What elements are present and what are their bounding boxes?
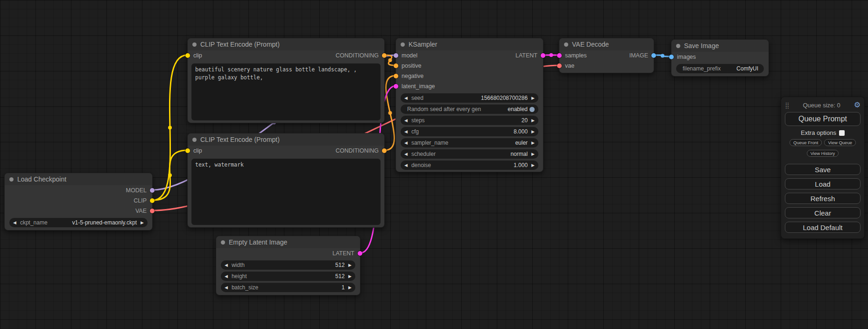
widget-width[interactable]: ◀ width 512 ▶ bbox=[221, 260, 355, 270]
widget-sampler-name[interactable]: ◀ sampler_name euler ▶ bbox=[401, 138, 538, 147]
output-port-clip[interactable] bbox=[150, 198, 155, 203]
node-empty-latent-image[interactable]: Empty Latent Image LATENT ◀ width 512 ▶ … bbox=[216, 236, 360, 295]
queue-prompt-button[interactable]: Queue Prompt bbox=[785, 112, 861, 126]
decrement-arrow-icon[interactable]: ◀ bbox=[404, 163, 408, 168]
collapse-dot-icon[interactable] bbox=[221, 240, 225, 245]
decrement-arrow-icon[interactable]: ◀ bbox=[13, 221, 16, 225]
widget-label: cfg bbox=[411, 128, 419, 135]
port-row: clip CONDITIONING bbox=[188, 146, 384, 156]
widget-scheduler[interactable]: ◀ scheduler normal ▶ bbox=[401, 149, 538, 159]
collapse-dot-icon[interactable] bbox=[401, 42, 405, 47]
settings-gear-icon[interactable]: ⚙ bbox=[854, 101, 861, 109]
increment-arrow-icon[interactable]: ▶ bbox=[141, 221, 144, 225]
output-port-latent[interactable] bbox=[541, 53, 545, 58]
collapse-dot-icon[interactable] bbox=[192, 138, 197, 142]
widget-denoise[interactable]: ◀ denoise 1.000 ▶ bbox=[401, 161, 538, 170]
view-queue-button[interactable]: View Queue bbox=[824, 139, 856, 146]
widget-ckpt-name[interactable]: ◀ ckpt_name v1-5-pruned-emaonly.ckpt ▶ bbox=[9, 218, 148, 227]
node-title-bar[interactable]: KSampler bbox=[396, 38, 543, 50]
node-save-image[interactable]: Save Image images filename_prefix ComfyU… bbox=[671, 39, 769, 77]
output-row: MODEL bbox=[5, 185, 152, 196]
decrement-arrow-icon[interactable]: ◀ bbox=[404, 119, 408, 123]
widget-cfg[interactable]: ◀ cfg 8.000 ▶ bbox=[401, 127, 538, 136]
collapse-dot-icon[interactable] bbox=[9, 177, 14, 182]
save-button[interactable]: Save bbox=[785, 164, 861, 175]
output-port-model[interactable] bbox=[150, 188, 155, 193]
queue-front-button[interactable]: Queue Front bbox=[790, 139, 822, 146]
widget-seed[interactable]: ◀ seed 156680208700286 ▶ bbox=[401, 93, 538, 103]
output-row: VAE bbox=[5, 206, 152, 216]
input-port-clip[interactable] bbox=[185, 148, 190, 153]
collapse-dot-icon[interactable] bbox=[564, 42, 568, 47]
node-title: CLIP Text Encode (Prompt) bbox=[200, 41, 280, 48]
input-port-samples[interactable] bbox=[557, 53, 562, 58]
toggle-dot-icon[interactable] bbox=[529, 107, 535, 112]
increment-arrow-icon[interactable]: ▶ bbox=[531, 96, 535, 100]
widget-steps[interactable]: ◀ steps 20 ▶ bbox=[401, 116, 538, 125]
collapse-dot-icon[interactable] bbox=[676, 44, 680, 48]
output-port-image[interactable] bbox=[651, 53, 656, 58]
decrement-arrow-icon[interactable]: ◀ bbox=[404, 130, 408, 134]
widget-label: Random seed after every gen bbox=[407, 106, 481, 112]
refresh-button[interactable]: Refresh bbox=[785, 193, 861, 204]
node-title-bar[interactable]: CLIP Text Encode (Prompt) bbox=[188, 38, 384, 50]
node-clip-text-encode-negative[interactable]: CLIP Text Encode (Prompt) clip CONDITION… bbox=[187, 133, 385, 228]
collapse-dot-icon[interactable] bbox=[192, 42, 197, 47]
node-clip-text-encode-positive[interactable]: CLIP Text Encode (Prompt) clip CONDITION… bbox=[187, 38, 385, 123]
input-port-images[interactable] bbox=[669, 55, 674, 59]
extra-options-checkbox[interactable] bbox=[839, 130, 845, 136]
widget-value: 512 bbox=[335, 273, 345, 280]
node-vae-decode[interactable]: VAE Decode samples IMAGE vae bbox=[559, 38, 654, 73]
widget-batch-size[interactable]: ◀ batch_size 1 ▶ bbox=[221, 283, 355, 292]
increment-arrow-icon[interactable]: ▶ bbox=[531, 119, 535, 123]
node-title-bar[interactable]: Save Image bbox=[671, 40, 769, 52]
output-port-latent[interactable] bbox=[358, 251, 362, 256]
input-port-negative[interactable] bbox=[394, 74, 398, 78]
input-label: samples bbox=[565, 52, 587, 59]
prompt-textarea[interactable]: beautiful scenery nature glass bottle la… bbox=[191, 63, 381, 120]
drag-handle-icon[interactable]: ⣿ bbox=[785, 102, 790, 109]
increment-arrow-icon[interactable]: ▶ bbox=[531, 152, 535, 156]
widget-value: ComfyUI bbox=[736, 65, 758, 72]
node-ksampler[interactable]: KSampler model LATENT positive negative … bbox=[395, 38, 543, 172]
node-canvas[interactable]: { "colors": { "canvas_bg": "#1e1e1e", "n… bbox=[0, 0, 868, 329]
decrement-arrow-icon[interactable]: ◀ bbox=[225, 286, 228, 290]
output-port-conditioning[interactable] bbox=[382, 148, 387, 153]
view-history-button[interactable]: View History bbox=[807, 150, 839, 157]
input-port-model[interactable] bbox=[394, 53, 398, 58]
output-port-conditioning[interactable] bbox=[382, 53, 387, 58]
output-port-vae[interactable] bbox=[150, 209, 155, 213]
decrement-arrow-icon[interactable]: ◀ bbox=[404, 141, 408, 145]
increment-arrow-icon[interactable]: ▶ bbox=[531, 163, 535, 168]
prompt-textarea[interactable]: text, watermark bbox=[191, 159, 381, 225]
port-row: images bbox=[671, 52, 769, 62]
widget-random-seed-toggle[interactable]: Random seed after every gen enabled bbox=[401, 105, 538, 114]
node-title-bar[interactable]: Empty Latent Image bbox=[216, 236, 360, 248]
widget-height[interactable]: ◀ height 512 ▶ bbox=[221, 272, 355, 281]
load-button[interactable]: Load bbox=[785, 178, 861, 189]
increment-arrow-icon[interactable]: ▶ bbox=[531, 141, 535, 145]
input-port-latent-image[interactable] bbox=[394, 84, 398, 89]
decrement-arrow-icon[interactable]: ◀ bbox=[225, 274, 228, 279]
increment-arrow-icon[interactable]: ▶ bbox=[348, 263, 352, 267]
increment-arrow-icon[interactable]: ▶ bbox=[531, 130, 535, 134]
input-port-positive[interactable] bbox=[394, 63, 398, 68]
node-title-bar[interactable]: Load Checkpoint bbox=[5, 173, 152, 185]
load-default-button[interactable]: Load Default bbox=[785, 222, 861, 233]
widget-filename-prefix[interactable]: filename_prefix ComfyUI bbox=[676, 64, 764, 73]
output-row: CLIP bbox=[5, 196, 152, 206]
increment-arrow-icon[interactable]: ▶ bbox=[348, 274, 352, 279]
decrement-arrow-icon[interactable]: ◀ bbox=[404, 96, 408, 100]
node-title: Save Image bbox=[684, 42, 719, 49]
decrement-arrow-icon[interactable]: ◀ bbox=[225, 263, 228, 267]
increment-arrow-icon[interactable]: ▶ bbox=[348, 286, 352, 290]
node-load-checkpoint[interactable]: Load Checkpoint MODEL CLIP VAE ◀ ckpt_na… bbox=[4, 173, 153, 231]
node-title-bar[interactable]: CLIP Text Encode (Prompt) bbox=[188, 133, 384, 146]
extra-options-label: Extra options bbox=[801, 129, 836, 136]
node-title-bar[interactable]: VAE Decode bbox=[559, 38, 654, 50]
widget-label: denoise bbox=[411, 162, 431, 168]
input-port-clip[interactable] bbox=[185, 53, 190, 58]
clear-button[interactable]: Clear bbox=[785, 207, 861, 218]
decrement-arrow-icon[interactable]: ◀ bbox=[404, 152, 408, 156]
input-port-vae[interactable] bbox=[557, 63, 562, 68]
